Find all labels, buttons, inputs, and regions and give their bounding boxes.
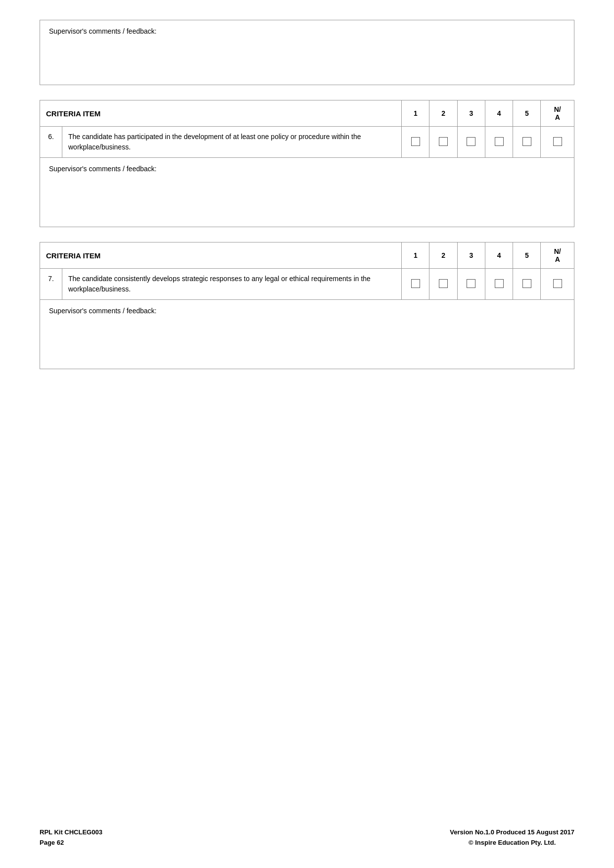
- footer-page-number: Page 62: [40, 838, 102, 848]
- table1-header-col4: 4: [485, 100, 513, 127]
- checkbox-1-2[interactable]: [439, 137, 448, 146]
- table1-item-text: The candidate has participated in the de…: [62, 127, 401, 158]
- table1-checkbox-1[interactable]: [402, 127, 429, 158]
- table1-header-col2: 2: [429, 100, 457, 127]
- table1-header-criteria: CRITERIA ITEM: [40, 100, 402, 127]
- table2-header-col4: 4: [485, 242, 513, 269]
- table1-item-number: 6.: [40, 127, 62, 158]
- page-wrapper: Supervisor's comments / feedback: CRITER…: [40, 20, 574, 369]
- footer-left: RPL Kit CHCLEG003 Page 62: [40, 827, 102, 848]
- table1-feedback-label: Supervisor's comments / feedback:: [49, 165, 156, 173]
- checkbox-1-5[interactable]: [522, 137, 531, 146]
- checkbox-2-2[interactable]: [439, 279, 448, 288]
- table1-header-col1: 1: [402, 100, 429, 127]
- table1-header-col3: 3: [457, 100, 485, 127]
- table2-criteria-row: 7. The candidate consistently develops s…: [40, 269, 574, 300]
- table1-checkbox-na[interactable]: [541, 127, 574, 158]
- table2-item-text: The candidate consistently develops stra…: [62, 269, 401, 300]
- table1-criteria-row: 6. The candidate has participated in the…: [40, 127, 574, 158]
- criteria-table-2: CRITERIA ITEM 1 2 3 4 5 N/ A 7. The cand…: [40, 242, 574, 369]
- table2-header-row: CRITERIA ITEM 1 2 3 4 5 N/ A: [40, 242, 574, 269]
- checkbox-1-4[interactable]: [495, 137, 504, 146]
- table2-item-number: 7.: [40, 269, 62, 300]
- criteria-table-1: CRITERIA ITEM 1 2 3 4 5 N/ A 6. The cand…: [40, 100, 574, 227]
- checkbox-1-1[interactable]: [411, 137, 420, 146]
- checkbox-2-1[interactable]: [411, 279, 420, 288]
- table1-header-row: CRITERIA ITEM 1 2 3 4 5 N/ A: [40, 100, 574, 127]
- top-feedback-row: Supervisor's comments / feedback:: [40, 20, 574, 85]
- table2-header-criteria: CRITERIA ITEM: [40, 242, 402, 269]
- table2-header-col1: 1: [402, 242, 429, 269]
- table2-feedback-label: Supervisor's comments / feedback:: [49, 307, 156, 315]
- table2-checkbox-3[interactable]: [457, 269, 485, 300]
- top-feedback-box: Supervisor's comments / feedback:: [40, 20, 574, 85]
- checkbox-1-3[interactable]: [467, 137, 475, 146]
- top-feedback-label: Supervisor's comments / feedback:: [49, 27, 156, 35]
- checkbox-2-4[interactable]: [495, 279, 504, 288]
- checkbox-2-5[interactable]: [522, 279, 531, 288]
- table2-checkbox-na[interactable]: [541, 269, 574, 300]
- table1-checkbox-4[interactable]: [485, 127, 513, 158]
- table2-checkbox-5[interactable]: [513, 269, 541, 300]
- table1-checkbox-2[interactable]: [429, 127, 457, 158]
- table1-checkbox-5[interactable]: [513, 127, 541, 158]
- table1-feedback-cell: Supervisor's comments / feedback:: [40, 158, 574, 227]
- footer-kit-name: RPL Kit CHCLEG003: [40, 827, 102, 838]
- table2-header-col2: 2: [429, 242, 457, 269]
- footer-right: Version No.1.0 Produced 15 August 2017 ©…: [450, 827, 574, 848]
- footer-copyright: © Inspire Education Pty. Ltd.: [450, 838, 574, 848]
- table1-header-na: N/ A: [541, 100, 574, 127]
- table2-feedback-cell: Supervisor's comments / feedback:: [40, 300, 574, 369]
- table1-checkbox-3[interactable]: [457, 127, 485, 158]
- table1-feedback-row: Supervisor's comments / feedback:: [40, 158, 574, 227]
- table2-checkbox-4[interactable]: [485, 269, 513, 300]
- table1-header-col5: 5: [513, 100, 541, 127]
- table2-checkbox-1[interactable]: [402, 269, 429, 300]
- table2-feedback-row: Supervisor's comments / feedback:: [40, 300, 574, 369]
- footer-version: Version No.1.0 Produced 15 August 2017: [450, 827, 574, 838]
- table2-checkbox-2[interactable]: [429, 269, 457, 300]
- table2-header-na: N/ A: [541, 242, 574, 269]
- checkbox-2-3[interactable]: [467, 279, 475, 288]
- checkbox-2-na[interactable]: [553, 279, 562, 288]
- page-footer: RPL Kit CHCLEG003 Page 62 Version No.1.0…: [40, 818, 574, 848]
- table2-header-col5: 5: [513, 242, 541, 269]
- checkbox-1-na[interactable]: [553, 137, 562, 146]
- table2-header-col3: 3: [457, 242, 485, 269]
